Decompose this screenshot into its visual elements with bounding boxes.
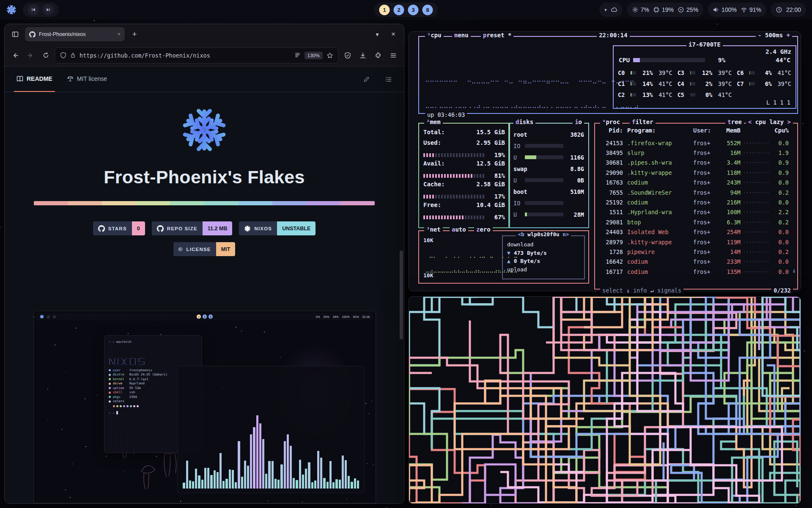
skip-forward-button[interactable] [43, 4, 54, 15]
back-icon [12, 52, 19, 59]
zoom-indicator[interactable]: 130% [304, 52, 323, 59]
tab-close-icon[interactable]: × [118, 31, 121, 37]
process-row[interactable]: 16717 codium fros+ 135M 0.0 [599, 267, 789, 276]
downloads-button[interactable] [357, 49, 369, 62]
mem-rows: Total:15.5 GiB Used:2.95 GiB 19% Avail:1… [423, 129, 505, 222]
cpu-core-row: C3 12% 39°C [678, 68, 732, 77]
workspace-button[interactable]: 3 [408, 5, 419, 15]
disk-row: IO [513, 197, 584, 209]
tracking-shield-icon[interactable] [60, 52, 66, 58]
reader-view-icon[interactable] [294, 52, 301, 58]
cpu-core-row: C0 21% 39°C [618, 68, 672, 77]
process-row[interactable]: 24403 Isolated Web fros+ 254M 0.0 [599, 227, 789, 237]
process-row[interactable]: 29081 btop fros+ 6.3M 0.2 [599, 217, 789, 227]
stars-badge[interactable]: STARS 0 [93, 221, 145, 235]
disk-rows: root 382G IO U 116G [513, 129, 584, 220]
tab-readme[interactable]: README [14, 66, 55, 92]
net-axis-bottom: 10K [423, 272, 433, 279]
back-button[interactable] [9, 49, 22, 62]
system-stats-pill[interactable]: 7% 19% 25% [627, 3, 703, 17]
new-tab-button[interactable]: + [128, 28, 141, 41]
github-page: README MIT license Frost-Phoenix' [5, 66, 404, 503]
sort-selector[interactable]: < cpu lazy > [746, 119, 793, 125]
process-row[interactable]: 16642 codium fros+ 233M 0.0 [599, 257, 789, 267]
filter-button[interactable]: filter [630, 119, 656, 125]
license-badge[interactable]: ©LICENSE MIT [173, 242, 236, 256]
cpu-core-row: C4 2% 39°C [678, 79, 732, 88]
skip-back-button[interactable] [28, 4, 39, 15]
bookmark-star-icon[interactable] [326, 52, 333, 59]
forward-button[interactable] [24, 49, 37, 62]
tab-mit-license[interactable]: MIT license [64, 66, 110, 92]
scrollbar-thumb[interactable] [400, 251, 403, 340]
menu-button[interactable] [387, 49, 400, 62]
nixos-badge[interactable]: NIXOS UNSTABLE [239, 221, 315, 235]
extensions-button[interactable] [372, 49, 384, 62]
process-row[interactable]: 25192 codium fros+ 216M 0.0 [599, 197, 789, 207]
cpu-core-row: C2 13% 41°C [618, 90, 672, 99]
preset-button[interactable]: preset * [481, 32, 513, 39]
process-row[interactable]: 28979 .kitty-wrappe fros+ 119M 0.0 [599, 237, 789, 247]
process-row[interactable]: 1511 .Hyprland-wra fros+ 100M 2.2 [599, 207, 789, 217]
cpu-inner-box: i7-6700TE 2.4 GHz CPU 9% 44°C C0 21% [613, 45, 796, 109]
uptime: up 03:46:03 [425, 111, 467, 118]
cpu-box-title: ¹cpu [425, 32, 444, 39]
net-interface-title[interactable]: <b wlp0s20f0u n> [516, 231, 571, 237]
pencil-icon [363, 76, 370, 83]
book-icon [16, 75, 23, 82]
disk-row: U 28M [513, 209, 584, 220]
readme-body: Frost-Phoenix's Flakes STARS 0 REPO SIZE… [34, 92, 375, 256]
net-zero-button[interactable]: zero [474, 226, 493, 233]
cpu-core-row: C6 4% 41°C [737, 68, 791, 77]
media-pill [23, 3, 59, 17]
scrollbar[interactable] [400, 70, 403, 500]
audio-network-pill[interactable]: 100% 91% [708, 3, 766, 17]
edit-readme-button[interactable] [360, 73, 373, 86]
upload-label: upload [507, 265, 581, 274]
window-close-button[interactable]: × [387, 28, 400, 41]
workspace-button[interactable]: 8 [422, 5, 433, 15]
process-row[interactable]: 30681 .pipes.sh-wra fros+ 3.4M 0.9 [599, 158, 789, 168]
repo-size-badge[interactable]: REPO SIZE 11.2 MB [152, 221, 233, 235]
process-row[interactable]: 7655 .SoundWireSer fros+ 94M 0.2 [599, 188, 789, 197]
skip-back-icon [31, 7, 36, 12]
load-average: L 1 1 1 [766, 99, 790, 106]
io-mode-button[interactable]: io [573, 119, 584, 125]
reload-button[interactable] [39, 49, 52, 62]
sidebar-toggle-button[interactable] [9, 28, 22, 41]
net-auto-button[interactable]: auto [450, 226, 468, 233]
proc-header-row: Pid: Program: User: MemB Cpu% [599, 127, 789, 134]
proc-footer-keys: select ↓ info ↵ signals [600, 287, 683, 294]
process-row[interactable]: 16763 codium fros+ 243M 0.0 [599, 178, 789, 188]
account-shield-button[interactable] [341, 49, 354, 62]
url-text[interactable]: https://github.com/Frost-Phoenix/nixos [80, 52, 291, 59]
btop-net-box: ³net auto zero 10K 10K ⠀⣀⡀⠀⠀⡀⠀⡀⡀⠀⠀⡀⡀⢀⣀⠀⣀… [418, 230, 589, 284]
speaker-icon [713, 6, 719, 13]
url-bar[interactable]: https://github.com/Frost-Phoenix/nixos 1… [55, 47, 339, 64]
weather-pill[interactable]: ▾ [599, 3, 623, 17]
tree-button[interactable]: tree [725, 119, 744, 125]
mem-row: Total:15.5 GiB [423, 129, 505, 139]
mem-row: Avail:12.5 GiB 81% [423, 160, 505, 181]
process-row[interactable]: 1728 pipewire fros+ 14M 0.2 [599, 247, 789, 257]
menu-button[interactable]: menu [452, 32, 471, 39]
clock-pill[interactable]: 22:00 [771, 3, 806, 17]
wifi-stat: 91% [741, 6, 761, 13]
process-row[interactable]: 38495 slurp fros+ 16M 1.9 [599, 148, 789, 157]
process-row[interactable]: 29090 .kitty-wrappe fros+ 118M 0.9 [599, 168, 789, 177]
cpu-frequency: 2.4 GHz [765, 48, 791, 55]
readme-screenshot-image: 123 2%20%15%100%91%22:18 ~ › maxfetch _ … [33, 311, 376, 503]
update-interval[interactable]: - 500ms + [756, 32, 792, 39]
nixos-logo-icon[interactable] [6, 4, 17, 15]
process-row[interactable]: 24153 .firefox-wrap fros+ 552M 0.0 [599, 138, 789, 148]
readme-file-nav: README MIT license [5, 66, 404, 92]
outline-button[interactable] [382, 73, 395, 86]
nixos-badge-value: UNSTABLE [277, 221, 315, 235]
tab-list-button[interactable]: ▾ [371, 28, 384, 41]
scroll-down-icon[interactable]: ↓ [792, 267, 796, 274]
cpu-graph-line-2: ⣀⣀⡀⣀⣀⣀⢀⣀⣀⢀⢀⣠⢀⣀⢀⣀⣀⣀⢀⣠⣀⣀⣀⣀⣠⣀⡀⡀⣀⣀⣀⡀⣀⢀⣠⣀⣠⡀⣀⠀… [425, 102, 639, 108]
nixos-badge-label: NIXOS [254, 226, 272, 231]
browser-tab[interactable]: Frost-Phoenix/nixos × [25, 27, 125, 41]
workspace-button[interactable]: 1 [379, 5, 390, 15]
workspace-button[interactable]: 2 [394, 5, 404, 15]
